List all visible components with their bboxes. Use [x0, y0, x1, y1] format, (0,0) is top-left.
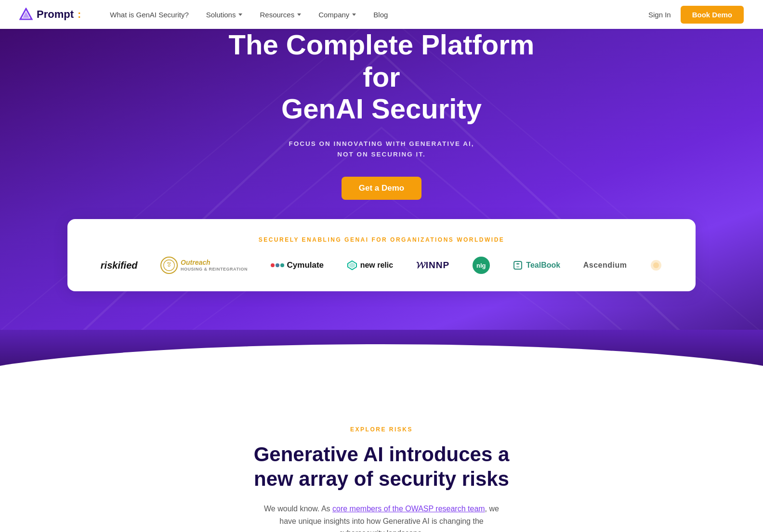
nlg-icon: nlg	[473, 257, 490, 274]
explore-body: We would know. As core members of the OW…	[261, 503, 502, 532]
explore-content: EXPLORE RISKS Generative AI introduces a…	[164, 426, 599, 532]
logos-container: SECURELY ENABLING GENAI FOR ORGANIZATION…	[0, 219, 763, 291]
page-wrapper: Prompt: What is GenAI Security? Solution…	[0, 0, 763, 532]
navbar: Prompt: What is GenAI Security? Solution…	[0, 0, 763, 29]
logo-winnp: 𝓦INNP	[416, 260, 449, 271]
svg-text:O: O	[168, 264, 171, 268]
explore-section: EXPLORE RISKS Generative AI introduces a…	[0, 392, 763, 532]
nav-company[interactable]: Company	[318, 11, 356, 19]
hero-section: The Complete Platform for GenAI Security…	[0, 0, 763, 330]
explore-title: Generative AI introduces a new array of …	[164, 442, 599, 491]
solutions-chevron-icon	[238, 13, 242, 16]
hero-subtitle: FOCUS ON INNOVATING WITH GENERATIVE AI, …	[19, 139, 744, 159]
tealbook-icon	[513, 260, 523, 271]
nav-solutions[interactable]: Solutions	[206, 11, 243, 19]
logo-extra	[650, 259, 662, 272]
logo-icon	[19, 8, 33, 21]
logo-new-relic: new relic	[347, 260, 393, 271]
nav-genai-security-label: What is GenAI Security?	[110, 11, 188, 19]
logos-heading: SECURELY ENABLING GENAI FOR ORGANIZATION…	[92, 236, 671, 243]
svg-point-11	[653, 262, 659, 268]
resources-chevron-icon	[297, 13, 301, 16]
nav-resources[interactable]: Resources	[260, 11, 301, 19]
nav-company-label: Company	[318, 11, 349, 19]
logo-colon: :	[78, 8, 81, 21]
logos-row: riskified the O Outreach	[92, 257, 671, 274]
signin-link[interactable]: Sign In	[648, 11, 671, 19]
nav-blog-label: Blog	[373, 11, 388, 19]
logo-ascendium: Ascendium	[583, 261, 627, 270]
hero-title: The Complete Platform for GenAI Security	[213, 29, 550, 125]
owasp-link[interactable]: core members of the OWASP research team	[332, 505, 485, 513]
logo-outreach: the O Outreach HOUSING & REINTEGRATION	[160, 257, 248, 274]
company-chevron-icon	[352, 13, 356, 16]
explore-label: EXPLORE RISKS	[164, 426, 599, 433]
book-demo-button[interactable]: Book Demo	[681, 6, 744, 24]
logo-tealbook: TealBook	[513, 260, 560, 271]
hero-content: The Complete Platform for GenAI Security…	[0, 0, 763, 238]
logo-riskified: riskified	[101, 260, 138, 271]
logo[interactable]: Prompt:	[19, 8, 81, 21]
nav-solutions-label: Solutions	[206, 11, 236, 19]
nav-resources-label: Resources	[260, 11, 294, 19]
cymulate-icon	[271, 263, 284, 267]
nav-genai-security[interactable]: What is GenAI Security?	[110, 11, 188, 19]
extra-logo-icon	[650, 259, 662, 272]
logo-text: Prompt	[37, 8, 74, 21]
outreach-icon: the O	[160, 257, 178, 274]
logo-cymulate: Cymulate	[271, 260, 324, 270]
svg-rect-9	[514, 261, 522, 269]
logos-card: SECURELY ENABLING GENAI FOR ORGANIZATION…	[67, 219, 696, 291]
navbar-actions: Sign In Book Demo	[648, 6, 744, 24]
main-nav: What is GenAI Security? Solutions Resour…	[110, 11, 648, 19]
nav-blog[interactable]: Blog	[373, 11, 388, 19]
new-relic-icon	[347, 260, 357, 271]
logo-nlg: nlg	[473, 257, 490, 274]
get-demo-button[interactable]: Get a Demo	[342, 177, 421, 200]
signin-label: Sign In	[648, 11, 671, 19]
